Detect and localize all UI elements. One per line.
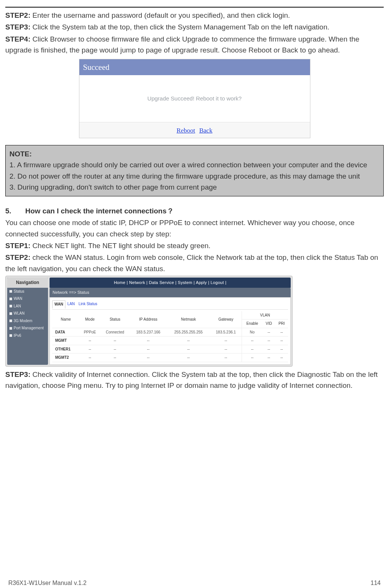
nav-item-label: LAN [14,303,21,309]
nav-item-label: IPv6 [14,333,21,339]
col-vlan-vid: VID [262,319,275,328]
table-row: OTHER1---------------- [52,345,288,353]
nav-item-wlan[interactable]: WLAN [7,310,48,317]
q5-step2: STEP2: check the WAN status. Login from … [5,252,384,274]
router-breadcrumb: Network ==> Status [50,288,291,297]
step3: STEP3: Click the System tab at the top, … [5,22,384,32]
nav-item-port-management[interactable]: Port Management [7,324,48,332]
q5-intro: You can choose one mode of static IP, DH… [5,217,384,239]
note-header: NOTE: [9,148,380,159]
nav-item-lan[interactable]: LAN [7,302,48,310]
bullet-icon [9,319,12,322]
router-tabs: WANLANLink Status [52,300,288,310]
succeed-footer: Reboot Back [79,122,310,138]
q5-step1-text: Check NET light. The NET light should be… [31,242,211,250]
note-item-3: 3. During upgrading, don't switch to oth… [9,182,380,193]
succeed-message: Upgrade Succeed! Reboot it to work? [79,75,310,122]
note-item-1: 1. A firmware upgrade should only be car… [9,159,380,170]
col-vlan-pri: PRI [275,319,288,328]
col-gw: Gateway [210,311,242,328]
wan-table: Name Mode Status IP Address Netmask Gate… [52,311,288,362]
footer-left: R36X1-W1User Manual v.1.2 [8,579,87,588]
table-row: MGMT2---------------- [52,353,288,362]
col-mask: Netmask [167,311,210,328]
step4-label: STEP4: [5,35,31,43]
q5-step2-label: STEP2: [5,253,31,261]
q5-step1: STEP1: Check NET light. The NET light sh… [5,240,384,251]
bullet-icon [9,312,12,315]
q5-step3-text: Check validity of Internet connection. C… [5,370,378,389]
upgrade-succeed-screenshot: Succeed Upgrade Succeed! Reboot it to wo… [79,59,310,138]
col-name: Name [52,311,79,328]
succeed-title: Succeed [79,59,310,76]
q5-step3-label: STEP3: [5,370,31,378]
nav-item-label: WLAN [14,310,25,316]
col-ip: IP Address [130,311,167,328]
step3-label: STEP3: [5,23,31,31]
bullet-icon [9,334,12,337]
tab-link-status[interactable]: Link Status [77,300,99,308]
nav-item-label: Port Management [14,325,44,331]
col-vlan-enable: Enable [242,319,262,328]
q5-step2-text: check the WAN status. Login from web con… [5,253,378,272]
router-sidebar: Navigation StatusWANLANWLAN3G ModemPort … [7,278,48,365]
step2-text: Enter the username and password (default… [31,11,290,19]
table-row: MGMT---------------- [52,336,288,345]
table-row: DATAPPPoEConnected183.5.237.166255.255.2… [52,328,288,336]
step3-text: Click the System tab at the top, then cl… [31,23,330,31]
nav-item-3g-modem[interactable]: 3G Modem [7,317,48,325]
nav-item-label: WAN [14,296,22,302]
note-item-2: 2. Do not power off the router at any ti… [9,171,380,182]
tab-wan[interactable]: WAN [52,300,65,309]
nav-item-ipv6[interactable]: IPv6 [7,332,48,340]
col-status: Status [100,311,129,328]
nav-item-label: Status [14,289,24,295]
col-mode: Mode [79,311,100,328]
step2-label: STEP2: [5,11,31,19]
wan-status-screenshot: Navigation StatusWANLANWLAN3G ModemPort … [5,276,293,367]
step4-text: Click Browser to choose firmware file an… [5,35,360,54]
step2: STEP2: Enter the username and password (… [5,10,384,21]
note-box: NOTE: 1. A firmware upgrade should only … [5,145,384,196]
step4: STEP4: Click Browser to choose firmware … [5,34,384,56]
q5-step3: STEP3: Check validity of Internet connec… [5,369,384,391]
bullet-icon [9,298,12,300]
page-footer: R36X1-W1User Manual v.1.2 114 [0,574,389,588]
bullet-icon [9,305,12,307]
nav-item-status[interactable]: Status [7,288,48,295]
nav-item-wan[interactable]: WAN [7,295,48,302]
footer-page-number: 114 [370,579,381,588]
col-vlan-group: VLAN [242,311,288,319]
bullet-icon [9,327,12,330]
router-topnav: Home | Network | Data Service | System |… [50,278,291,288]
tab-lan[interactable]: LAN [65,300,76,308]
back-link[interactable]: Back [199,127,212,134]
nav-item-label: 3G Modem [14,318,32,324]
q5-step1-label: STEP1: [5,242,31,250]
q5-title: 5. How can I check the internet connecti… [5,205,384,216]
reboot-link[interactable]: Reboot [177,127,195,134]
bullet-icon [9,290,12,293]
nav-title: Navigation [7,278,48,288]
